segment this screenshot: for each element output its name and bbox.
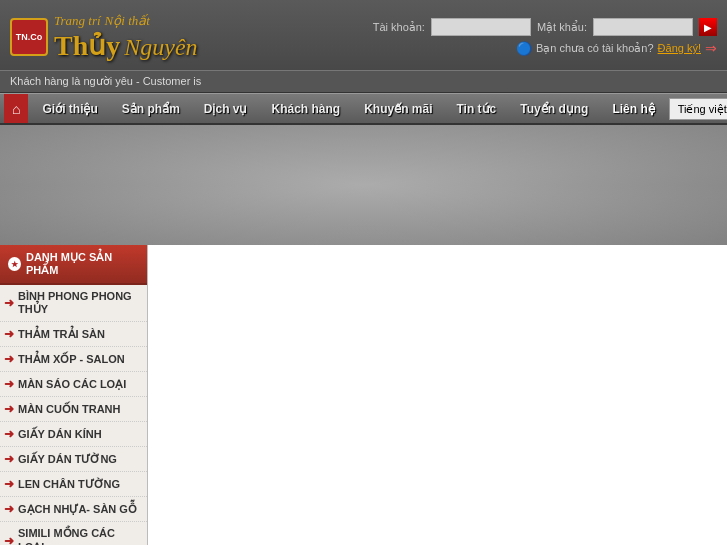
arrow-icon: ➜ (4, 327, 14, 341)
header-right: Tài khoản: Mật khẩu: ▶ 🔵 Bạn chưa có tài… (373, 18, 717, 56)
nav-label-tuyen-dung: Tuyển dụng (520, 102, 588, 116)
username-input[interactable] (431, 18, 531, 36)
sidebar-item-khach-hang[interactable]: Khách hàng (259, 94, 352, 123)
sidebar-header-icon: ★ (8, 257, 21, 271)
nav-label-lien-he: Liên hệ (612, 102, 654, 116)
arrow-icon: ➜ (4, 502, 14, 516)
login-area: Tài khoản: Mật khẩu: ▶ (373, 18, 717, 36)
sidebar-item-label: THẢM TRẢI SÀN (18, 328, 105, 341)
sidebar-item-san-pham[interactable]: Sản phẩm (110, 94, 192, 123)
sidebar-item-label: LEN CHÂN TƯỜNG (18, 478, 120, 491)
nav-label-khuyen-mai: Khuyến mãi (364, 102, 432, 116)
language-selector[interactable]: Tiếng việt English (667, 94, 727, 123)
sidebar-item-dich-vu[interactable]: Dịch vụ (192, 94, 260, 123)
arrow-icon: ➜ (4, 352, 14, 366)
sidebar-item-label: GIẤY DÁN KÍNH (18, 428, 102, 441)
sidebar-item-len-chan-tuong[interactable]: ➜ LEN CHÂN TƯỜNG (0, 472, 147, 497)
sidebar-item-label: SIMILI MỒNG CÁC LOẠI (18, 527, 141, 545)
logo-brand2: Nguyên (124, 34, 197, 61)
sidebar-item-tuyen-dung[interactable]: Tuyển dụng (508, 94, 600, 123)
logo-line1: Trang trí (54, 13, 101, 29)
sidebar-item-gioi-thieu[interactable]: Giới thiệu (30, 94, 109, 123)
banner-area (0, 125, 727, 245)
main-content: ★ DANH MỤC SẢN PHẨM ➜ BÌNH PHONG PHONG T… (0, 245, 727, 545)
home-icon: ⌂ (12, 101, 20, 117)
logo-icon: TN.Co (10, 18, 48, 56)
sidebar-item-label: MÀN SÁO CÁC LOẠI (18, 378, 126, 391)
sidebar-item-label: THẢM XỐP - SALON (18, 353, 125, 366)
sidebar-header-label: DANH MỤC SẢN PHẨM (26, 251, 139, 277)
banner-background (0, 125, 727, 245)
sidebar-item-khuyen-mai[interactable]: Khuyến mãi (352, 94, 444, 123)
right-content (148, 245, 727, 545)
nav-label-gioi-thieu: Giới thiệu (42, 102, 97, 116)
sidebar-item-tham-trai-san[interactable]: ➜ THẢM TRẢI SÀN (0, 322, 147, 347)
arrow-icon: ➜ (4, 402, 14, 416)
sidebar-item-man-sao[interactable]: ➜ MÀN SÁO CÁC LOẠI (0, 372, 147, 397)
logo-brand1: Thủy (54, 29, 120, 62)
logo-line2: Nội thất (105, 13, 150, 29)
marquee-bar: Khách hàng là người yêu - Customer is (0, 70, 727, 93)
logo-abbr: TN.Co (16, 32, 43, 42)
arrow-icon: ➜ (4, 477, 14, 491)
nav-bar: ⌂ Giới thiệu Sản phẩm Dịch vụ Khách hàng… (0, 93, 727, 125)
marquee-text: Khách hàng là người yêu - Customer is (10, 75, 201, 87)
login-label: Tài khoản: (373, 21, 425, 34)
nav-label-tin-tuc: Tin tức (457, 102, 497, 116)
sidebar-item-label: GẠCH NHỰA- SÀN GỖ (18, 503, 137, 516)
sidebar-item-lien-he[interactable]: Liên hệ (600, 94, 666, 123)
language-dropdown[interactable]: Tiếng việt English (669, 98, 727, 120)
sidebar-item-label: GIẤY DÁN TƯỜNG (18, 453, 117, 466)
password-input[interactable] (593, 18, 693, 36)
sidebar-item-giay-dan-kinh[interactable]: ➜ GIẤY DÁN KÍNH (0, 422, 147, 447)
nav-home-button[interactable]: ⌂ (4, 94, 28, 123)
arrow-icon: ➜ (4, 534, 14, 545)
sidebar-item-tham-xop[interactable]: ➜ THẢM XỐP - SALON (0, 347, 147, 372)
register-icon: 🔵 (516, 41, 532, 56)
sidebar-item-label: BÌNH PHONG PHONG THỦY (18, 290, 141, 316)
sidebar-item-man-cuon[interactable]: ➜ MÀN CUỐN TRANH (0, 397, 147, 422)
sidebar-item-giay-dan-tuong[interactable]: ➜ GIẤY DÁN TƯỜNG (0, 447, 147, 472)
arrow-icon: ➜ (4, 296, 14, 310)
register-prompt: Bạn chưa có tài khoản? (536, 42, 654, 55)
sidebar-item-simili-mong[interactable]: ➜ SIMILI MỒNG CÁC LOẠI (0, 522, 147, 545)
logout-icon: ⇒ (705, 40, 717, 56)
logo-text-area: Trang trí Nội thất Thủy Nguyên (54, 13, 198, 62)
login-button[interactable]: ▶ (699, 18, 717, 36)
sidebar-item-label: MÀN CUỐN TRANH (18, 403, 121, 416)
logo-area: TN.Co Trang trí Nội thất Thủy Nguyên (10, 13, 198, 62)
sidebar: ★ DANH MỤC SẢN PHẨM ➜ BÌNH PHONG PHONG T… (0, 245, 148, 545)
header-top: TN.Co Trang trí Nội thất Thủy Nguyên Tài… (0, 0, 727, 70)
password-label: Mật khẩu: (537, 21, 587, 34)
sidebar-header: ★ DANH MỤC SẢN PHẨM (0, 245, 147, 285)
header: TN.Co Trang trí Nội thất Thủy Nguyên Tài… (0, 0, 727, 125)
sidebar-item-tin-tuc[interactable]: Tin tức (445, 94, 509, 123)
nav-label-dich-vu: Dịch vụ (204, 102, 248, 116)
sidebar-item-gach-nhua[interactable]: ➜ GẠCH NHỰA- SÀN GỖ (0, 497, 147, 522)
register-link[interactable]: Đăng ký! (658, 42, 701, 54)
arrow-icon: ➜ (4, 427, 14, 441)
register-area: 🔵 Bạn chưa có tài khoản? Đăng ký! ⇒ (516, 40, 717, 56)
arrow-icon: ➜ (4, 377, 14, 391)
nav-label-khach-hang: Khách hàng (271, 102, 340, 116)
nav-label-san-pham: Sản phẩm (122, 102, 180, 116)
sidebar-item-binh-phong[interactable]: ➜ BÌNH PHONG PHONG THỦY (0, 285, 147, 322)
arrow-icon: ➜ (4, 452, 14, 466)
